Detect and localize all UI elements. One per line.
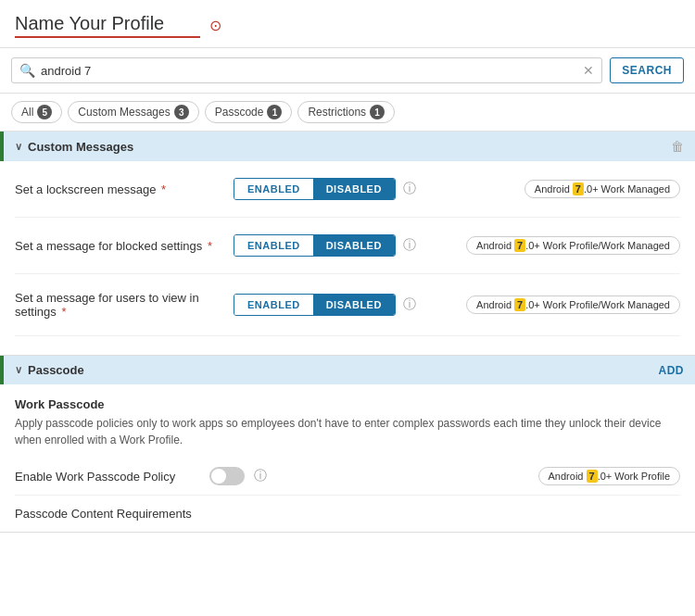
enable-passcode-info-icon[interactable]: ⓘ bbox=[254, 468, 267, 484]
custom-messages-title: Custom Messages bbox=[28, 140, 133, 154]
search-bar-row: 🔍 ✕ SEARCH bbox=[0, 48, 695, 94]
filter-tab-all-badge: 5 bbox=[37, 105, 52, 119]
passcode-section-header: ∨ Passcode ADD bbox=[0, 356, 695, 384]
passcode-title: Passcode bbox=[28, 363, 84, 377]
filter-tab-custom-messages[interactable]: Custom Messages 3 bbox=[68, 101, 198, 123]
users-view-required: * bbox=[58, 305, 67, 319]
blocked-android-version: 7 bbox=[514, 239, 525, 252]
users-view-toggle-group: ENABLED DISABLED ⓘ bbox=[234, 294, 416, 316]
lockscreen-required: * bbox=[158, 182, 166, 196]
filter-tab-custom-messages-badge: 3 bbox=[174, 105, 189, 119]
passcode-content-requirements-row: Passcode Content Requirements bbox=[15, 495, 680, 532]
passcode-content-requirements-label: Passcode Content Requirements bbox=[15, 507, 192, 521]
blocked-required: * bbox=[204, 239, 212, 253]
filter-tab-restrictions[interactable]: Restrictions 1 bbox=[297, 101, 395, 123]
blocked-info-icon[interactable]: ⓘ bbox=[403, 237, 416, 254]
users-view-enabled-button[interactable]: ENABLED bbox=[234, 295, 313, 315]
custom-messages-section: ∨ Custom Messages 🗑 Set a lockscreen mes… bbox=[0, 132, 695, 356]
lockscreen-toggle-btn-group: ENABLED DISABLED bbox=[234, 178, 396, 200]
filter-tab-passcode-badge: 1 bbox=[267, 105, 282, 119]
blocked-tag-badge: Android 7.0+ Work Profile/Work Managed bbox=[466, 236, 680, 255]
custom-messages-spacer bbox=[15, 336, 680, 355]
users-view-tag-badge: Android 7.0+ Work Profile/Work Managed bbox=[466, 295, 680, 314]
lockscreen-message-label: Set a lockscreen message * bbox=[15, 182, 219, 196]
profile-name-input[interactable] bbox=[15, 13, 200, 38]
users-view-label: Set a message for users to view in setti… bbox=[15, 291, 219, 319]
lockscreen-info-icon[interactable]: ⓘ bbox=[403, 181, 416, 197]
lockscreen-message-row: Set a lockscreen message * ENABLED DISAB… bbox=[15, 161, 680, 218]
search-input[interactable] bbox=[41, 64, 583, 78]
users-view-info-icon[interactable]: ⓘ bbox=[403, 296, 416, 313]
custom-messages-body: Set a lockscreen message * ENABLED DISAB… bbox=[0, 161, 695, 355]
blocked-settings-message-row: Set a message for blocked settings * ENA… bbox=[15, 218, 680, 274]
filter-tabs-row: All 5 Custom Messages 3 Passcode 1 Restr… bbox=[0, 94, 695, 132]
filter-tab-custom-messages-label: Custom Messages bbox=[78, 106, 170, 119]
filter-tab-restrictions-label: Restrictions bbox=[308, 106, 366, 119]
lockscreen-disabled-button[interactable]: DISABLED bbox=[313, 179, 395, 199]
work-passcode-title: Work Passcode bbox=[15, 397, 680, 411]
passcode-add-button[interactable]: ADD bbox=[659, 364, 685, 377]
enable-passcode-policy-row: Enable Work Passcode Policy ⓘ Android 7.… bbox=[15, 454, 680, 495]
custom-messages-header-left: ∨ Custom Messages bbox=[15, 140, 133, 154]
lockscreen-enabled-button[interactable]: ENABLED bbox=[234, 179, 313, 199]
blocked-disabled-button[interactable]: DISABLED bbox=[313, 235, 395, 256]
work-passcode-desc: Apply passcode policies only to work app… bbox=[15, 415, 680, 448]
filter-tab-passcode[interactable]: Passcode 1 bbox=[205, 101, 293, 123]
chevron-down-icon[interactable]: ∨ bbox=[15, 141, 22, 153]
lockscreen-tag-badge: Android 7.0+ Work Managed bbox=[524, 180, 680, 198]
passcode-tag-badge: Android 7.0+ Work Profile bbox=[538, 467, 680, 485]
custom-messages-section-header: ∨ Custom Messages 🗑 bbox=[0, 132, 695, 161]
blocked-toggle-btn-group: ENABLED DISABLED bbox=[234, 234, 396, 257]
alert-icon: ⊙ bbox=[209, 17, 221, 34]
users-view-toggle-btn-group: ENABLED DISABLED bbox=[234, 294, 396, 316]
passcode-header-left: ∨ Passcode bbox=[15, 363, 84, 377]
enable-passcode-toggle[interactable] bbox=[209, 467, 245, 485]
enable-passcode-label: Enable Work Passcode Policy bbox=[15, 470, 200, 484]
users-view-settings-row: Set a message for users to view in setti… bbox=[15, 274, 680, 336]
passcode-android-version: 7 bbox=[587, 470, 598, 483]
blocked-toggle-group: ENABLED DISABLED ⓘ bbox=[234, 234, 416, 257]
blocked-enabled-button[interactable]: ENABLED bbox=[234, 235, 313, 256]
passcode-description: Work Passcode Apply passcode policies on… bbox=[15, 384, 680, 454]
filter-tab-passcode-label: Passcode bbox=[215, 106, 264, 119]
profile-name-row: ⊙ bbox=[15, 13, 680, 38]
passcode-chevron-icon[interactable]: ∨ bbox=[15, 364, 22, 376]
filter-tab-all[interactable]: All 5 bbox=[11, 101, 62, 123]
search-button[interactable]: SEARCH bbox=[610, 57, 684, 83]
passcode-section: ∨ Passcode ADD Work Passcode Apply passc… bbox=[0, 356, 695, 533]
page-header: ⊙ bbox=[0, 0, 695, 48]
filter-tab-all-label: All bbox=[21, 106, 33, 119]
passcode-body: Work Passcode Apply passcode policies on… bbox=[0, 384, 695, 532]
blocked-settings-label: Set a message for blocked settings * bbox=[15, 239, 219, 253]
search-icon: 🔍 bbox=[19, 63, 35, 78]
lockscreen-toggle-group: ENABLED DISABLED ⓘ bbox=[234, 178, 416, 200]
filter-tab-restrictions-badge: 1 bbox=[370, 105, 385, 119]
search-input-wrapper: 🔍 ✕ bbox=[11, 57, 602, 83]
users-view-android-version: 7 bbox=[514, 298, 525, 311]
users-view-disabled-button[interactable]: DISABLED bbox=[313, 295, 395, 315]
trash-icon[interactable]: 🗑 bbox=[671, 139, 684, 154]
lockscreen-android-version: 7 bbox=[573, 182, 584, 195]
clear-icon[interactable]: ✕ bbox=[583, 63, 594, 78]
